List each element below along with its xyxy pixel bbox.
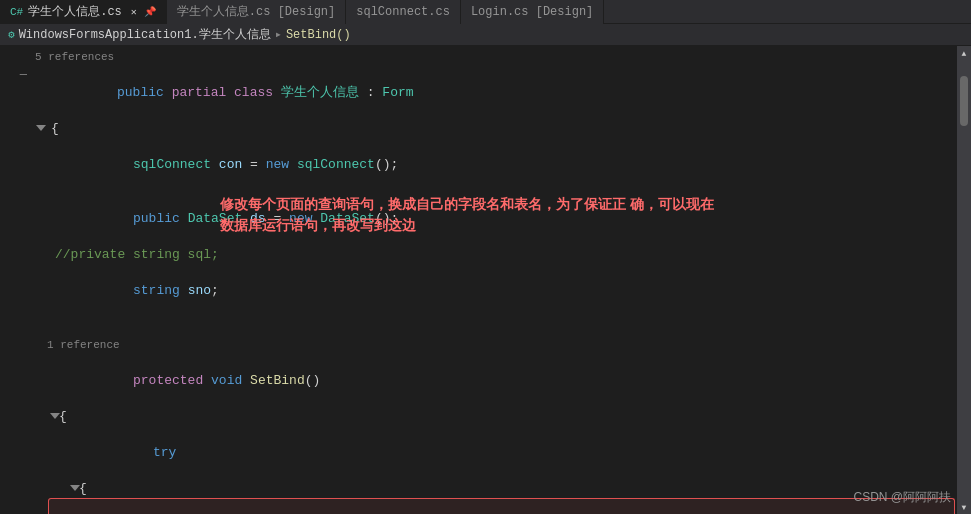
tab-login[interactable]: Login.cs [Design]	[461, 0, 604, 24]
line-code: try	[35, 426, 971, 480]
ref-count-2: 1 reference	[47, 336, 120, 354]
line-code: protected void SetBind()	[35, 354, 971, 408]
code-block: 5 references ─ public partial class 学生个人…	[0, 46, 971, 514]
code-line-sno: string sno;	[0, 264, 971, 318]
code-line-con: sqlConnect con = new sqlConnect();	[0, 138, 971, 192]
line-num: ─	[0, 66, 35, 84]
tab-active[interactable]: C# 学生个人信息.cs ✕ 📌	[0, 0, 167, 24]
tab-close-button[interactable]: ✕	[131, 6, 137, 18]
line-code: string sql = "select xm_Sno18 as 学号 ,xm_…	[53, 499, 954, 514]
ref-count-1: 5 references	[35, 48, 114, 66]
code-line-sql1: string sql = "select xm_Sno18 as 学号 ,xm_…	[48, 498, 955, 514]
tab-label-login: Login.cs [Design]	[471, 5, 593, 19]
pin-icon: 📌	[144, 6, 156, 18]
breadcrumb-separator: ▸	[275, 27, 282, 42]
line-code: string sno;	[35, 264, 971, 318]
annotation-text: 修改每个页面的查询语句，换成自己的字段名和表名，为了保证正 确，可以现在数据库运…	[220, 194, 720, 236]
line-code	[35, 318, 971, 336]
csdn-watermark: CSDN @阿阿阿扶	[853, 489, 951, 506]
line-code: {	[55, 408, 971, 426]
code-line-class: ─ public partial class 学生个人信息 : Form	[0, 66, 971, 120]
breadcrumb-left: WindowsFormsApplication1.学生个人信息	[19, 26, 271, 43]
code-line-brace1: {	[0, 120, 971, 138]
collapse-icon[interactable]	[36, 125, 46, 131]
breadcrumb-right: SetBind()	[286, 28, 351, 42]
tab-sqlconnect[interactable]: sqlConnect.cs	[346, 0, 461, 24]
tab-bar: C# 学生个人信息.cs ✕ 📌 学生个人信息.cs [Design] sqlC…	[0, 0, 971, 24]
line-code: {	[75, 480, 971, 498]
scrollbar[interactable]	[957, 46, 971, 514]
annotation-box: 修改每个页面的查询语句，换成自己的字段名和表名，为了保证正 确，可以现在数据库运…	[220, 194, 720, 236]
scroll-up-button[interactable]: ▲	[957, 46, 971, 60]
line-code: //private string sql;	[35, 246, 971, 264]
scroll-down-button[interactable]: ▼	[957, 500, 971, 514]
gear-icon: ⚙	[8, 28, 15, 41]
tab-label-sqlconnect: sqlConnect.cs	[356, 5, 450, 19]
breadcrumb-bar: ⚙ WindowsFormsApplication1.学生个人信息 ▸ SetB…	[0, 24, 971, 46]
code-line-brace3: {	[0, 480, 971, 498]
code-line-try: try	[0, 426, 971, 480]
code-line-comment: //private string sql;	[0, 246, 971, 264]
tab-label-active: 学生个人信息.cs	[28, 3, 122, 20]
line-code: {	[47, 120, 971, 138]
cs-icon: C#	[10, 6, 23, 18]
tab-design[interactable]: 学生个人信息.cs [Design]	[167, 0, 346, 24]
code-line-brace2: {	[0, 408, 971, 426]
scrollbar-thumb[interactable]	[960, 76, 968, 126]
code-line-setbind: protected void SetBind()	[0, 354, 971, 408]
tab-label-design: 学生个人信息.cs [Design]	[177, 3, 335, 20]
code-line-empty1	[0, 318, 971, 336]
line-code: sqlConnect con = new sqlConnect();	[35, 138, 971, 192]
line-code: public partial class 学生个人信息 : Form	[35, 66, 971, 120]
code-editor[interactable]: 5 references ─ public partial class 学生个人…	[0, 46, 971, 514]
